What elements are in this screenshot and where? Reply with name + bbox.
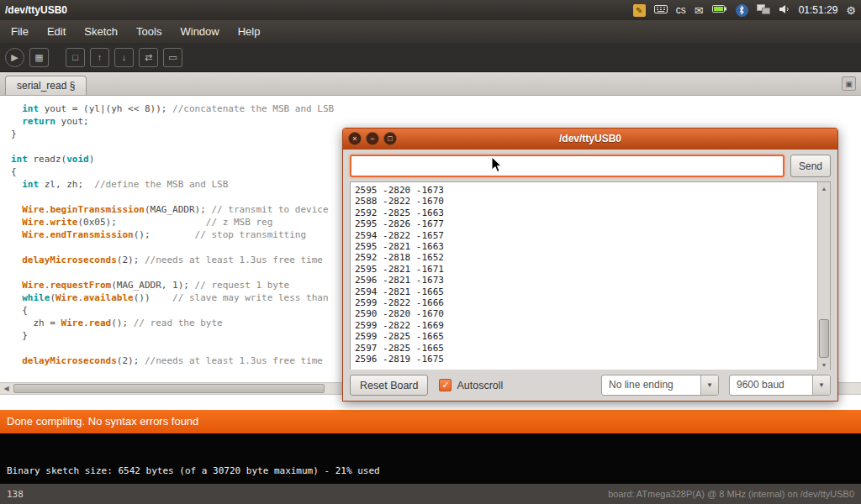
- serial-monitor-title: /dev/ttyUSB0: [559, 133, 621, 144]
- keyboard-layout-indicator[interactable]: cs: [676, 4, 686, 16]
- new-sketch-button[interactable]: □: [66, 48, 85, 67]
- close-icon[interactable]: ×: [348, 132, 362, 145]
- tab-serial-read[interactable]: serial_read §: [5, 76, 87, 95]
- baud-rate-value: 9600 baud: [730, 375, 812, 395]
- menu-sketch[interactable]: Sketch: [75, 20, 127, 43]
- scroll-down-icon[interactable]: ▼: [818, 359, 830, 370]
- session-menu-icon[interactable]: ⚙: [846, 4, 856, 17]
- baud-rate-dropdown[interactable]: 9600 baud ▼: [729, 375, 831, 396]
- compile-status-bar: Done compiling. No syntax errors found: [0, 410, 861, 433]
- keyboard-icon[interactable]: [654, 4, 668, 17]
- menu-file[interactable]: File: [2, 20, 38, 43]
- serial-monitor-button[interactable]: ▭: [163, 48, 182, 67]
- cursor-line-number: 138: [7, 489, 24, 500]
- board-info: board: ATmega328P(A) @ 8 MHz (internal) …: [608, 489, 854, 499]
- notes-icon[interactable]: ✎: [633, 4, 646, 17]
- console-output: Binary sketch size: 6542 bytes (of a 307…: [0, 433, 861, 484]
- minimize-icon[interactable]: −: [366, 132, 379, 145]
- tab-bar: serial_read § ▣: [0, 72, 861, 96]
- ubuntu-top-panel: /dev/ttyUSB0 ✎ cs ✉ 01:51:29 ⚙: [0, 0, 861, 20]
- bluetooth-icon[interactable]: [736, 4, 748, 17]
- serial-scrollbar[interactable]: ▲ ▼: [817, 182, 830, 370]
- maximize-icon[interactable]: □: [383, 132, 397, 145]
- serial-monitor-titlebar[interactable]: × − □ /dev/ttyUSB0: [343, 129, 837, 150]
- serial-scrollbar-thumb[interactable]: [819, 319, 829, 358]
- screen: /dev/ttyUSB0 ✎ cs ✉ 01:51:29 ⚙: [0, 0, 861, 504]
- scroll-left-icon[interactable]: ◀: [0, 383, 13, 394]
- stop-button[interactable]: ▦: [29, 48, 49, 67]
- network-icon[interactable]: [757, 4, 770, 17]
- panel-indicators: ✎ cs ✉ 01:51:29 ⚙: [633, 4, 856, 17]
- battery-icon[interactable]: [712, 4, 727, 16]
- tab-menu-icon[interactable]: ▣: [842, 76, 856, 91]
- window-controls: × − □: [348, 132, 397, 145]
- send-button[interactable]: Send: [790, 155, 831, 177]
- serial-input[interactable]: [350, 155, 784, 177]
- ide-toolbar: ▶ ▦ □ ↑ ↓ ⇄ ▭: [0, 43, 861, 72]
- upload-button[interactable]: ⇄: [139, 48, 158, 67]
- window-title: /dev/ttyUSB0: [5, 4, 67, 16]
- line-ending-value: No line ending: [602, 375, 700, 395]
- serial-monitor-bottom-bar: Reset Board ✓ Autoscroll No line ending …: [343, 370, 837, 401]
- serial-output-area: 2595 -2820 -1673 2588 -2822 -1670 2592 -…: [350, 181, 831, 371]
- console-message: Binary sketch size: 6542 bytes (of a 307…: [7, 465, 380, 476]
- open-button[interactable]: ↑: [90, 48, 109, 67]
- reset-board-button[interactable]: Reset Board: [350, 375, 428, 396]
- line-ending-dropdown[interactable]: No line ending ▼: [601, 375, 719, 396]
- volume-icon[interactable]: [779, 4, 790, 17]
- chevron-down-icon[interactable]: ▼: [700, 375, 718, 395]
- compile-status-message: Done compiling. No syntax errors found: [7, 415, 198, 428]
- mouse-cursor: [491, 156, 502, 176]
- hscroll-thumb[interactable]: [13, 384, 325, 393]
- serial-input-row: Send: [350, 155, 831, 177]
- clock[interactable]: 01:51:29: [799, 4, 838, 16]
- menu-window[interactable]: Window: [171, 20, 228, 43]
- chevron-down-icon[interactable]: ▼: [812, 375, 830, 395]
- menu-help[interactable]: Help: [229, 20, 270, 43]
- menu-tools[interactable]: Tools: [127, 20, 171, 43]
- save-button[interactable]: ↓: [114, 48, 134, 67]
- verify-button[interactable]: ▶: [5, 48, 24, 67]
- autoscroll-label: Autoscroll: [457, 380, 503, 391]
- status-strip: 138 board: ATmega328P(A) @ 8 MHz (intern…: [0, 484, 861, 504]
- autoscroll-checkbox[interactable]: ✓: [439, 379, 452, 391]
- serial-output: 2595 -2820 -1673 2588 -2822 -1670 2592 -…: [355, 185, 816, 370]
- menu-bar: File Edit Sketch Tools Window Help: [0, 20, 861, 43]
- scroll-up-icon[interactable]: ▲: [818, 182, 830, 194]
- menu-edit[interactable]: Edit: [38, 20, 75, 43]
- mail-icon[interactable]: ✉: [695, 4, 704, 17]
- serial-monitor-window: × − □ /dev/ttyUSB0 Send 2595 -2820 -1673…: [342, 128, 838, 402]
